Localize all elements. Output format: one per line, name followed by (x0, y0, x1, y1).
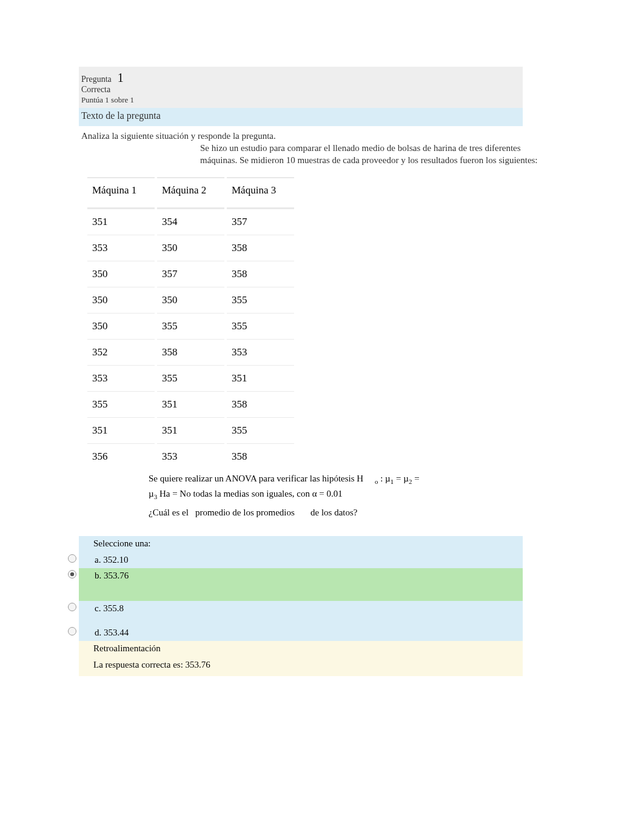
table-row: 356353358 (87, 443, 294, 469)
table-header: Máquina 2 (157, 177, 224, 209)
table-cell: 358 (227, 261, 294, 287)
table-row: 350350355 (87, 287, 294, 313)
question-text-header: Texto de la pregunta (79, 108, 523, 126)
option-a-text: a. 352.10 (79, 555, 128, 565)
table-row: 352358353 (87, 339, 294, 365)
table-cell: 353 (157, 443, 224, 469)
option-c-text: c. 355.8 (79, 603, 124, 614)
option-b-text: b. 353.76 (79, 571, 129, 581)
option-a[interactable]: a. 352.10 (79, 552, 523, 568)
table-cell: 357 (157, 261, 224, 287)
table-cell: 355 (227, 287, 294, 313)
feedback-header-text: Retroalimentación (79, 643, 523, 654)
table-row: 350357358 (87, 261, 294, 287)
spacer (79, 617, 523, 625)
table-row: 353350358 (87, 235, 294, 261)
radio-icon[interactable] (68, 554, 78, 564)
table-cell: 350 (87, 261, 155, 287)
table-cell: 354 (157, 209, 224, 235)
feedback-header: Retroalimentación (79, 641, 523, 657)
spacer (79, 584, 523, 601)
table-row: 351351355 (87, 417, 294, 443)
radio-icon[interactable] (68, 570, 78, 580)
question-label: Pregunta (81, 75, 112, 84)
table-row: 353355351 (87, 365, 294, 391)
hypothesis-text: Se quiere realizar un ANOVA para verific… (0, 472, 644, 501)
table-cell: 353 (87, 235, 155, 261)
question-number: 1 (118, 71, 124, 84)
table-cell: 353 (227, 339, 294, 365)
table-cell: 351 (87, 209, 155, 235)
feedback-body: La respuesta correcta es: 353.76 (79, 657, 523, 676)
answers-section: Seleccione una: a. 352.10 b. 353.76 c. 3… (79, 536, 523, 676)
table-cell: 356 (87, 443, 155, 469)
table-cell: 351 (157, 417, 224, 443)
table-cell: 355 (227, 417, 294, 443)
option-b[interactable]: b. 353.76 (79, 568, 523, 584)
radio-icon[interactable] (68, 627, 78, 637)
option-d-text: d. 353.44 (79, 628, 129, 638)
table-cell: 358 (157, 339, 224, 365)
question-prompt: ¿Cuál es el promedio de los promedios de… (0, 508, 644, 518)
question-text-label: Texto de la pregunta (79, 110, 523, 121)
table-header: Máquina 1 (87, 177, 155, 209)
question-score: Puntúa 1 sobre 1 (79, 95, 523, 105)
table-cell: 352 (87, 339, 155, 365)
table-cell: 351 (157, 391, 224, 417)
instruction-text: Analiza la siguiente situación y respond… (0, 126, 644, 141)
study-description: Se hizo un estudio para comparar el llen… (0, 143, 644, 166)
table-cell: 355 (87, 391, 155, 417)
table-cell: 355 (227, 313, 294, 339)
table-cell: 358 (227, 443, 294, 469)
table-cell: 351 (87, 417, 155, 443)
table-header: Máquina 3 (227, 177, 294, 209)
feedback-body-text: La respuesta correcta es: 353.76 (79, 660, 523, 670)
table-cell: 355 (157, 365, 224, 391)
table-row: 350355355 (87, 313, 294, 339)
question-status: Correcta (79, 85, 523, 95)
select-one-label: Seleccione una: (79, 538, 523, 549)
table-cell: 358 (227, 235, 294, 261)
table-cell: 350 (157, 287, 224, 313)
table-cell: 357 (227, 209, 294, 235)
table-cell: 351 (227, 365, 294, 391)
table-cell: 350 (87, 287, 155, 313)
table-row: 351354357 (87, 209, 294, 235)
option-d[interactable]: d. 353.44 (79, 625, 523, 641)
table-cell: 358 (227, 391, 294, 417)
option-c[interactable]: c. 355.8 (79, 601, 523, 617)
data-table: Máquina 1 Máquina 2 Máquina 3 3513543573… (85, 177, 297, 469)
table-cell: 350 (157, 235, 224, 261)
table-cell: 350 (87, 313, 155, 339)
radio-icon[interactable] (68, 603, 78, 612)
table-row: 355351358 (87, 391, 294, 417)
table-cell: 355 (157, 313, 224, 339)
table-cell: 353 (87, 365, 155, 391)
question-header: Pregunta 1 Correcta Puntúa 1 sobre 1 (79, 67, 523, 108)
